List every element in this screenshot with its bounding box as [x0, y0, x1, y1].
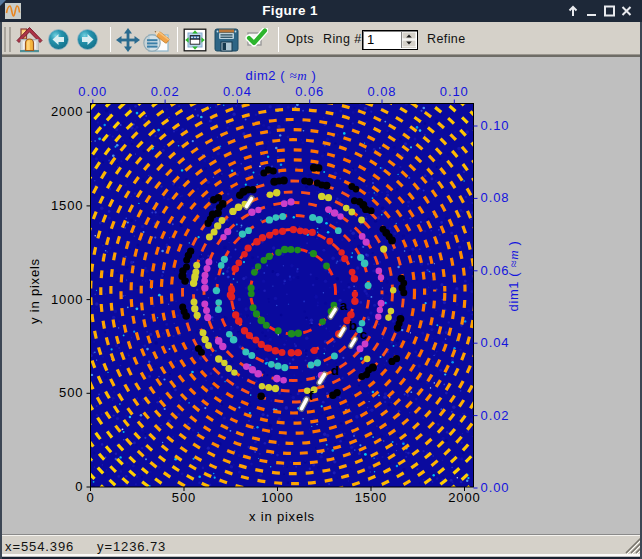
svg-text:f: f	[309, 388, 314, 403]
svg-text:1500: 1500	[355, 490, 388, 505]
svg-text:500: 500	[59, 385, 83, 400]
svg-text:0.00: 0.00	[78, 84, 107, 99]
svg-text:0.08: 0.08	[481, 190, 510, 205]
svg-text:0.02: 0.02	[481, 408, 510, 423]
svg-text:1500: 1500	[51, 198, 84, 213]
svg-text:1000: 1000	[261, 490, 294, 505]
svg-text:y in pixels: y in pixels	[27, 258, 42, 324]
svg-text:0.02: 0.02	[151, 84, 180, 99]
svg-text:dim1 ( ≈m ): dim1 ( ≈m )	[506, 241, 521, 312]
svg-text:dim2 ( ≈m ): dim2 ( ≈m )	[246, 68, 317, 83]
svg-text:b: b	[349, 318, 357, 333]
svg-text:0.04: 0.04	[223, 84, 252, 99]
svg-text:d: d	[331, 363, 339, 378]
svg-text:0.04: 0.04	[481, 335, 510, 350]
svg-text:0.08: 0.08	[368, 84, 397, 99]
svg-text:0.00: 0.00	[481, 480, 510, 495]
svg-text:1000: 1000	[51, 292, 84, 307]
svg-text:c: c	[360, 327, 368, 342]
svg-text:0.10: 0.10	[440, 84, 469, 99]
svg-text:2000: 2000	[51, 104, 84, 119]
svg-text:2000: 2000	[448, 490, 481, 505]
svg-text:0.10: 0.10	[481, 118, 510, 133]
svg-text:0: 0	[75, 479, 83, 494]
svg-text:0: 0	[86, 490, 94, 505]
svg-text:a: a	[340, 298, 348, 313]
svg-text:500: 500	[172, 490, 196, 505]
svg-text:0.06: 0.06	[295, 84, 324, 99]
svg-text:x in pixels: x in pixels	[249, 509, 315, 524]
